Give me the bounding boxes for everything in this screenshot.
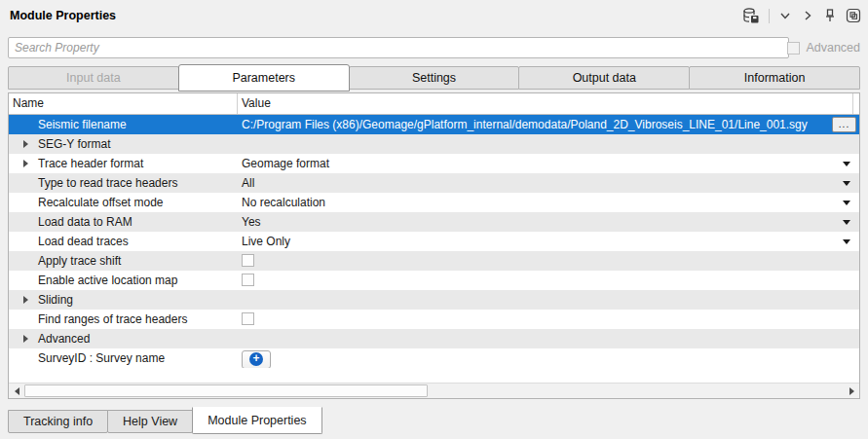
property-name: Load dead traces <box>38 235 129 248</box>
table-row-type-to-read-trace-headers[interactable]: Type to read trace headers All <box>9 173 859 193</box>
tab-settings[interactable]: Settings <box>349 66 520 90</box>
table-row-load-data-to-ram[interactable]: Load data to RAM Yes <box>9 212 859 232</box>
checkbox-unchecked[interactable] <box>242 254 254 267</box>
property-value: All <box>242 176 254 190</box>
horizontal-scrollbar[interactable] <box>9 383 859 398</box>
table-row-segy-format[interactable]: SEG-Y format <box>9 134 859 154</box>
bottom-dock-tabs: Tracking info Help View Module Propertie… <box>8 407 322 434</box>
icon-separator <box>769 9 770 23</box>
table-row-advanced[interactable]: Advanced <box>9 329 859 348</box>
property-name: Load data to RAM <box>38 215 132 229</box>
pin-icon[interactable] <box>823 8 837 23</box>
property-value: Live Only <box>242 235 290 248</box>
property-value: Yes <box>242 215 261 229</box>
property-name: Enable active location map <box>38 274 177 287</box>
table-row-recalculate-offset-mode[interactable]: Recalculate offset mode No recalculation <box>9 193 859 212</box>
property-name: SurveyID : Survey name <box>38 351 165 365</box>
column-header-name[interactable]: Name <box>9 93 238 114</box>
tab-module-properties[interactable]: Module Properties <box>192 407 321 434</box>
table-row-sliding[interactable]: Sliding <box>9 290 859 310</box>
expand-arrow-icon[interactable] <box>23 335 28 343</box>
dropdown-arrow-icon[interactable] <box>843 181 850 186</box>
chevron-down-icon[interactable] <box>778 9 792 22</box>
panel-title: Module Properties <box>10 9 116 22</box>
tab-tracking-info[interactable]: Tracking info <box>8 410 108 433</box>
expand-arrow-icon[interactable] <box>23 160 28 167</box>
tab-parameters[interactable]: Parameters <box>178 64 350 91</box>
property-name: Advanced <box>38 332 90 346</box>
arrow-right-icon[interactable] <box>801 9 814 22</box>
column-header-value[interactable]: Value <box>238 93 853 114</box>
table-row-load-dead-traces[interactable]: Load dead traces Live Only <box>9 232 859 251</box>
property-name: Trace header format <box>38 157 143 170</box>
dropdown-arrow-icon[interactable] <box>843 201 850 205</box>
property-table: Name Value Seismic filename C:/Program F… <box>8 92 860 399</box>
search-input[interactable] <box>8 37 789 58</box>
property-name: Seismic filename <box>38 118 127 131</box>
property-name: Find ranges of trace headers <box>38 312 187 326</box>
table-header: Name Value <box>9 93 859 115</box>
advanced-label: Advanced <box>806 41 860 55</box>
property-value: No recalculation <box>242 196 325 209</box>
expand-arrow-icon[interactable] <box>23 140 28 148</box>
table-rows: Seismic filename C:/Program Files (x86)/… <box>9 115 859 368</box>
property-value: Geomage format <box>242 157 329 170</box>
table-row-surveyid-survey-name[interactable]: SurveyID : Survey name + <box>9 348 859 368</box>
advanced-checkbox[interactable] <box>787 42 800 55</box>
tab-information[interactable]: Information <box>689 66 860 90</box>
checkbox-unchecked[interactable] <box>242 312 254 325</box>
scroll-left-button[interactable] <box>9 384 24 398</box>
add-survey-button[interactable]: + <box>242 350 271 369</box>
module-properties-panel: Module Properties <box>0 0 868 439</box>
scroll-right-button[interactable] <box>844 384 859 398</box>
table-row-trace-header-format[interactable]: Trace header format Geomage format <box>9 154 859 173</box>
tab-input-data[interactable]: Input data <box>8 66 179 90</box>
property-name: Apply trace shift <box>38 254 121 268</box>
property-tabs: Input data Parameters Settings Output da… <box>8 66 860 90</box>
table-row-seismic-filename[interactable]: Seismic filename C:/Program Files (x86)/… <box>9 115 859 134</box>
property-name: Type to read trace headers <box>38 176 177 190</box>
advanced-option: Advanced <box>787 41 860 55</box>
table-row-enable-active-location-map[interactable]: Enable active location map <box>9 271 859 290</box>
property-value: C:/Program Files (x86)/Geomage/gPlatform… <box>242 118 808 131</box>
float-window-icon[interactable] <box>846 8 861 23</box>
property-name: Recalculate offset mode <box>38 196 164 209</box>
scroll-left-arrow-icon <box>15 387 19 395</box>
property-name: SEG-Y format <box>38 137 110 151</box>
dropdown-arrow-icon[interactable] <box>843 239 850 244</box>
scrollbar-thumb[interactable] <box>24 384 428 397</box>
table-row-apply-trace-shift[interactable]: Apply trace shift <box>9 251 859 271</box>
database-save-icon[interactable] <box>741 7 760 24</box>
table-row-find-ranges-of-trace-headers[interactable]: Find ranges of trace headers <box>9 310 859 329</box>
property-name: Sliding <box>38 293 73 307</box>
dropdown-arrow-icon[interactable] <box>843 162 850 166</box>
title-bar-icons <box>741 6 861 25</box>
tab-help-view[interactable]: Help View <box>107 410 193 433</box>
dropdown-arrow-icon[interactable] <box>843 220 850 225</box>
scroll-right-arrow-icon <box>849 387 854 395</box>
expand-arrow-icon[interactable] <box>23 296 28 304</box>
plus-icon: + <box>249 352 263 366</box>
checkbox-unchecked[interactable] <box>242 274 254 286</box>
tab-output-data[interactable]: Output data <box>518 66 690 90</box>
browse-button[interactable]: ... <box>832 117 856 132</box>
